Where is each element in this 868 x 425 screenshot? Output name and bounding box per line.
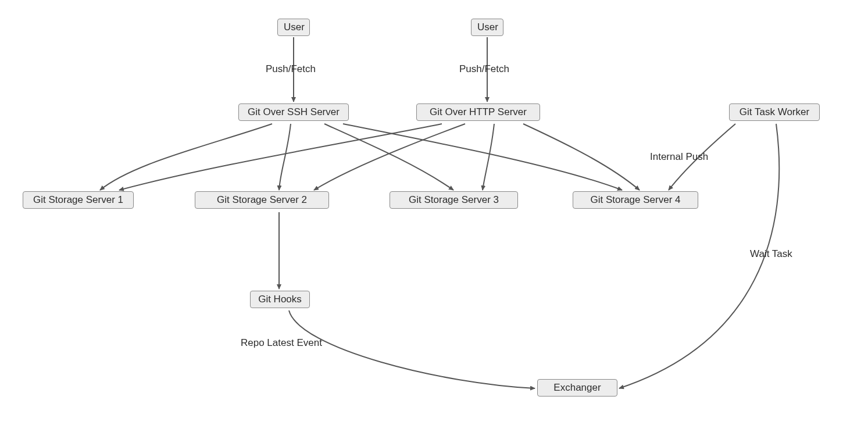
edge-label-wait-task: Wait Task [750, 248, 792, 260]
edge-label-push-fetch-2: Push/Fetch [459, 63, 509, 75]
node-exchanger: Exchanger [537, 379, 617, 397]
node-git-storage-4: Git Storage Server 4 [573, 191, 698, 209]
node-user-2: User [471, 19, 503, 36]
diagram-edges [0, 0, 868, 425]
edge-label-repo-event: Repo Latest Event [241, 337, 322, 349]
node-git-hooks: Git Hooks [250, 291, 310, 308]
edge-label-push-fetch-1: Push/Fetch [266, 63, 316, 75]
node-git-storage-2: Git Storage Server 2 [195, 191, 329, 209]
node-git-task-worker: Git Task Worker [729, 103, 820, 121]
edge-label-internal-push: Internal Push [650, 151, 708, 163]
node-git-ssh-server: Git Over SSH Server [238, 103, 349, 121]
node-user-1: User [277, 19, 310, 36]
node-git-storage-3: Git Storage Server 3 [390, 191, 518, 209]
node-git-storage-1: Git Storage Server 1 [23, 191, 134, 209]
node-git-http-server: Git Over HTTP Server [416, 103, 540, 121]
